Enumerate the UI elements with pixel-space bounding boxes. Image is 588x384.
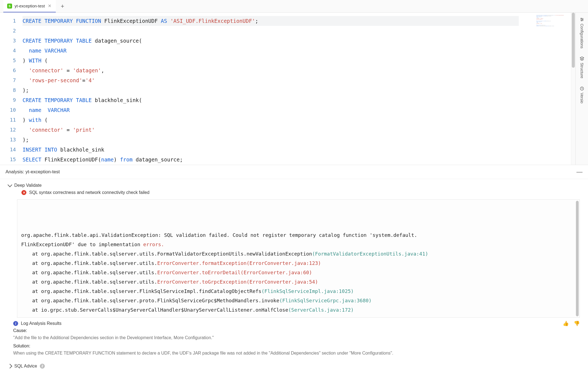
chevron-down-icon (8, 183, 12, 187)
solution-body: When using the CREATE TEMPORARY FUNCTION… (13, 350, 581, 357)
rail-item-structure[interactable]: Structure (579, 54, 585, 80)
analysis-panel-body: Deep Validate ✕ SQL syntax correctness a… (0, 179, 588, 384)
code-line[interactable]: SELECT FlinkExceptionUDF(name) from data… (23, 155, 535, 164)
code-line[interactable]: name VARCHAR (23, 105, 535, 115)
rail-label: Configurations (580, 24, 584, 48)
info-icon: i (13, 321, 18, 326)
editor-area: 123456789101112131415 CREATE TEMPORARY F… (0, 13, 588, 165)
code-editor[interactable]: CREATE TEMPORARY FUNCTION FlinkException… (23, 13, 535, 165)
active-file-tab[interactable]: S yt-exception-test ✕ (3, 0, 56, 12)
rail-label: Structure (580, 63, 584, 78)
rail-item-configurations[interactable]: Configurations (579, 15, 585, 50)
thumbs-down-icon[interactable]: 👎 (574, 320, 580, 327)
rail-item-versions[interactable]: Versio (579, 84, 585, 105)
deep-validate-toggle[interactable]: Deep Validate (8, 183, 580, 188)
rail-label: Versio (580, 93, 584, 103)
code-line[interactable]: ); (23, 135, 535, 145)
code-line[interactable] (23, 26, 535, 36)
log-analysis-title-row: i Log Analysis Results (13, 321, 581, 326)
svg-point-3 (581, 18, 582, 19)
code-line[interactable]: ) with ( (23, 115, 535, 125)
add-tab-button[interactable]: + (56, 3, 69, 10)
tab-label: yt-exception-test (15, 4, 45, 8)
code-line[interactable]: ) WITH ( (23, 56, 535, 65)
editor-main: 123456789101112131415 CREATE TEMPORARY F… (0, 13, 575, 165)
deep-validate-section: Deep Validate ✕ SQL syntax correctness a… (0, 179, 588, 199)
analysis-panel-header: Analysis: yt-exception-test — (0, 165, 588, 179)
feedback-buttons: 👍 👎 (563, 320, 580, 327)
chevron-right-icon (8, 364, 12, 369)
advice-count-badge: 2 (40, 364, 45, 369)
cause-body: "Add the file to the Additional Dependen… (13, 334, 581, 341)
log-analysis-title: Log Analysis Results (21, 321, 62, 326)
sql-file-icon: S (7, 4, 12, 9)
collapse-panel-icon[interactable]: — (576, 168, 583, 175)
section-label: Deep Validate (14, 183, 41, 188)
history-icon (579, 86, 584, 91)
analysis-title: Analysis: yt-exception-test (5, 169, 60, 175)
code-line[interactable]: ); (23, 85, 535, 95)
close-tab-icon[interactable]: ✕ (47, 3, 52, 9)
minimap[interactable]: CREATE TEMPORARY FUNCTION FlinkException… (535, 13, 571, 165)
tab-bar: S yt-exception-test ✕ + (0, 0, 588, 13)
line-number-gutter: 123456789101112131415 (0, 13, 23, 165)
solution-label: Solution: (13, 344, 581, 349)
error-summary-text: SQL syntax correctness and network conne… (29, 190, 149, 195)
svg-point-5 (581, 20, 582, 21)
cause-label: Cause: (13, 328, 581, 333)
right-sidebar: Configurations Structure Versio (575, 13, 588, 165)
code-line[interactable]: 'connector' = 'print' (23, 125, 535, 135)
svg-marker-6 (580, 57, 584, 59)
code-line[interactable]: CREATE TEMPORARY TABLE blackhole_sink( (23, 95, 535, 105)
code-line[interactable]: name VARCHAR (23, 46, 535, 56)
layers-icon (579, 56, 584, 61)
sql-advice-toggle[interactable]: SQL Advice 2 (0, 361, 588, 369)
sliders-icon (579, 17, 584, 22)
code-line[interactable]: CREATE TEMPORARY TABLE datagen_source( (23, 36, 535, 46)
svg-point-4 (582, 19, 583, 20)
stack-trace-box[interactable]: org.apache.flink.table.api.ValidationExc… (17, 199, 580, 318)
editor-scrollbar[interactable] (571, 13, 575, 165)
log-analysis-section: 👍 👎 i Log Analysis Results Cause: "Add t… (0, 318, 588, 361)
code-line[interactable]: 'connector' = 'datagen', (23, 65, 535, 75)
code-line[interactable]: 'rows-per-second'='4' (23, 75, 535, 85)
code-line[interactable]: CREATE TEMPORARY FUNCTION FlinkException… (23, 16, 519, 26)
validation-error-row: ✕ SQL syntax correctness and network con… (8, 188, 580, 198)
sql-advice-label: SQL Advice (14, 364, 37, 369)
error-icon: ✕ (21, 190, 26, 195)
stack-scrollbar[interactable] (576, 201, 579, 316)
thumbs-up-icon[interactable]: 👍 (563, 320, 569, 327)
code-line[interactable]: INSERT INTO blackhole_sink (23, 145, 535, 155)
